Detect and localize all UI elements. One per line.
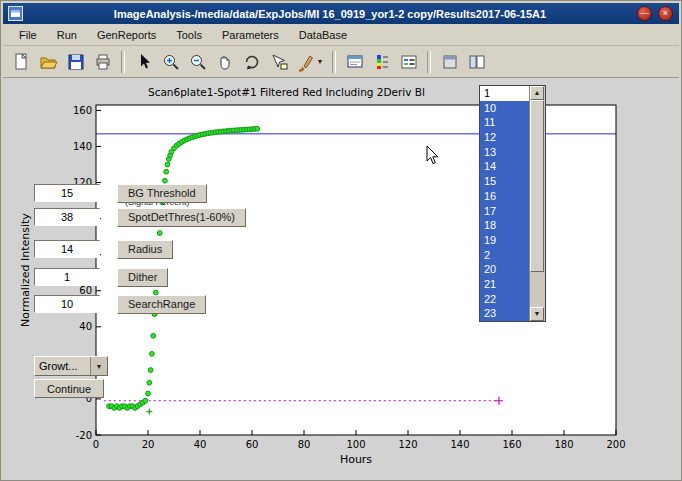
menu-item-genreports[interactable]: GenReports [87, 26, 166, 44]
continue-button[interactable]: Continue [34, 379, 104, 398]
dropdown-scrollbar[interactable]: ▲ ▼ [529, 86, 545, 321]
svg-text:20: 20 [142, 439, 155, 450]
dropdown-item-17[interactable]: 17 [480, 204, 529, 219]
toolbar-separator [121, 51, 125, 73]
growth-dropdown-label: Growt... [35, 360, 90, 372]
menubar: FileRunGenReportsToolsParametersDataBase [3, 24, 679, 46]
arrow-cursor-icon[interactable] [131, 49, 156, 74]
zoom-in-icon[interactable] [158, 49, 183, 74]
searchrange-label-button[interactable]: SearchRange [117, 295, 206, 314]
dropdown-item-11[interactable]: 11 [480, 115, 529, 130]
print-icon[interactable] [90, 49, 115, 74]
dropdown-item-22[interactable]: 22 [480, 292, 529, 307]
toolbar: ▼ [3, 46, 679, 78]
titlebar[interactable]: ImageAnalysis-/media/data/ExpJobs/MI 16_… [3, 3, 679, 24]
svg-text:120: 120 [398, 439, 417, 450]
new-file-icon[interactable] [9, 49, 34, 74]
insert-colorbar-icon[interactable] [369, 49, 394, 74]
dropdown-item-23[interactable]: 23 [480, 306, 529, 321]
svg-text:200: 200 [606, 439, 625, 450]
svg-text:Scan6plate1-Spot#1 Filtered Re: Scan6plate1-Spot#1 Filtered Red Includin… [148, 86, 425, 98]
brush-icon[interactable]: ▼ [293, 49, 326, 74]
menu-item-file[interactable]: File [9, 26, 47, 44]
scroll-down-icon[interactable]: ▼ [530, 307, 544, 321]
minimize-button[interactable]: — [637, 6, 652, 21]
growth-dropdown[interactable]: Growt... ▼ [34, 356, 108, 376]
dither-input[interactable] [34, 268, 100, 286]
dropdown-item-18[interactable]: 18 [480, 218, 529, 233]
dropdown-item-21[interactable]: 21 [480, 277, 529, 292]
insert-legend-icon[interactable] [396, 49, 421, 74]
svg-text:160: 160 [73, 105, 92, 116]
bg-threshold-input[interactable] [34, 184, 100, 202]
dither-label-button[interactable]: Dither [117, 268, 168, 287]
spotdetthres-1-60-label-button[interactable]: SpotDetThres(1-60%) [117, 208, 246, 227]
save-icon[interactable] [63, 49, 88, 74]
svg-text:Normalized Intensity: Normalized Intensity [19, 213, 32, 327]
dock-window-icon[interactable] [437, 49, 462, 74]
svg-text:Hours: Hours [340, 453, 372, 466]
dropdown-item-19[interactable]: 19 [480, 233, 529, 248]
svg-text:140: 140 [450, 439, 469, 450]
dropdown-item-13[interactable]: 13 [480, 145, 529, 160]
svg-text:40: 40 [79, 321, 92, 332]
radius-label-button[interactable]: Radius [117, 240, 173, 259]
app-window: ImageAnalysis-/media/data/ExpJobs/MI 16_… [0, 0, 682, 481]
svg-text:60: 60 [246, 439, 259, 450]
window-title: ImageAnalysis-/media/data/ExpJobs/MI 16_… [23, 8, 637, 20]
dropdown-item-10[interactable]: 10 [480, 101, 529, 116]
figure-area: 020406080100120140160180200-200204060801… [3, 78, 681, 480]
rotate-3d-icon[interactable] [239, 49, 264, 74]
menu-item-database[interactable]: DataBase [289, 26, 357, 44]
print-figure-icon[interactable] [342, 49, 367, 74]
svg-text:40: 40 [194, 439, 207, 450]
close-button[interactable]: × [658, 6, 673, 21]
dropdown-item-1[interactable]: 1 [480, 86, 529, 101]
svg-text:80: 80 [298, 439, 311, 450]
scroll-up-icon[interactable]: ▲ [530, 86, 544, 100]
svg-text:140: 140 [73, 141, 92, 152]
svg-text:100: 100 [346, 439, 365, 450]
toolbar-separator [427, 51, 431, 73]
svg-text:0: 0 [93, 439, 99, 450]
dropdown-items: 110111213141516171819220212223 [480, 86, 529, 321]
plot-tools-icon[interactable] [464, 49, 489, 74]
data-cursor-icon[interactable] [266, 49, 291, 74]
open-folder-icon[interactable] [36, 49, 61, 74]
menu-item-run[interactable]: Run [47, 26, 87, 44]
svg-text:160: 160 [502, 439, 521, 450]
dropdown-item-12[interactable]: 12 [480, 130, 529, 145]
dropdown-item-15[interactable]: 15 [480, 174, 529, 189]
svg-text:180: 180 [554, 439, 573, 450]
toolbar-separator [332, 51, 336, 73]
scroll-thumb[interactable] [530, 100, 544, 272]
titlebar-buttons: — × [637, 6, 673, 21]
menu-item-tools[interactable]: Tools [166, 26, 212, 44]
searchrange-input[interactable] [34, 295, 100, 313]
window-menu-icon[interactable] [8, 6, 23, 21]
dropdown-item-16[interactable]: 16 [480, 189, 529, 204]
svg-text:-20: -20 [76, 430, 92, 441]
growth-curve-plot: 020406080100120140160180200-200204060801… [3, 78, 681, 479]
bg-threshold-label-button[interactable]: BG Threshold [117, 184, 207, 203]
number-dropdown-list: 110111213141516171819220212223 ▲ ▼ [479, 85, 546, 322]
menu-item-parameters[interactable]: Parameters [212, 26, 289, 44]
dropdown-item-14[interactable]: 14 [480, 159, 529, 174]
chevron-down-icon: ▼ [90, 357, 107, 375]
radius-input[interactable] [34, 240, 100, 258]
zoom-out-icon[interactable] [185, 49, 210, 74]
spotdetthres-1-60-input[interactable] [34, 208, 100, 226]
dropdown-item-20[interactable]: 20 [480, 262, 529, 277]
pan-hand-icon[interactable] [212, 49, 237, 74]
dropdown-item-2[interactable]: 2 [480, 248, 529, 263]
